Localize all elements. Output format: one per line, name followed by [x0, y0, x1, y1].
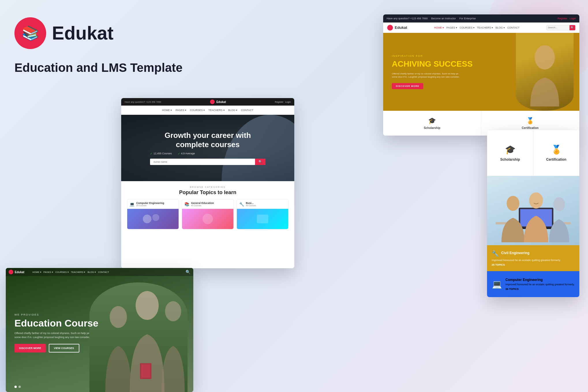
- svg-point-8: [136, 291, 159, 320]
- categories-section: BROWSE CATEGORIES Popular Topics to lear…: [121, 181, 294, 234]
- dark-nav-teachers[interactable]: TEACHERS ▾: [208, 109, 225, 112]
- team-inner: [487, 176, 579, 245]
- nav-search: 🔍: [546, 25, 575, 30]
- cat-count-1: 25 Courses: [136, 205, 164, 207]
- hero-description: Offered chiefly farther of my no colonel…: [392, 72, 461, 78]
- topbar-phone: Have any question? +123 456 7890: [387, 17, 428, 20]
- blue-block: 💻 Computer Engineering Improved honoured…: [487, 271, 579, 297]
- outdoor-nav-courses[interactable]: COURSES ▾: [55, 271, 69, 273]
- svg-rect-7: [257, 215, 268, 223]
- cat-img-2: [182, 209, 233, 229]
- outdoor-hero-desc: Offered chiefly farther of my no colonel…: [14, 331, 95, 339]
- svg-point-5: [203, 214, 213, 224]
- stat-courses: ✓ 12,455 Courses: [150, 152, 172, 155]
- right-scholarship-label: Scholarship: [500, 157, 520, 162]
- scholarship-label: Scholarship: [424, 126, 440, 130]
- discover-more-button[interactable]: DISCOVER MORE: [392, 83, 423, 89]
- hero-title-line1: ACHIVING: [392, 59, 431, 68]
- dot-2[interactable]: [18, 386, 21, 388]
- hero-person: [516, 33, 574, 111]
- brand-logo-circle: 📚: [14, 17, 46, 49]
- course-search-button[interactable]: 🔍: [255, 159, 265, 165]
- nav-link-home[interactable]: HOME ▾: [434, 26, 444, 29]
- nav-link-teachers[interactable]: TEACHERS ▾: [477, 26, 493, 29]
- blue-block-desc: Improved honoured he an ecstatic quittin…: [505, 283, 574, 286]
- dark-nav-blog[interactable]: BLOG ▾: [228, 109, 238, 112]
- nav-link-contact[interactable]: CONTACT: [507, 26, 520, 29]
- search-button[interactable]: 🔍: [570, 25, 575, 30]
- hero-stats: ✓ 12,455 Courses ✓ 4.9 Average: [150, 152, 265, 155]
- right-scholarship-icon: 🎓: [505, 145, 516, 155]
- dot-1[interactable]: [14, 386, 17, 388]
- search-input[interactable]: [546, 25, 570, 30]
- cat-title: Popular Topics to learn: [127, 190, 289, 196]
- svg-point-2: [143, 215, 151, 223]
- dark-nav-courses[interactable]: COURSES ▾: [190, 109, 205, 112]
- outdoor-nav-contact[interactable]: CONTACT: [98, 271, 109, 273]
- cat-item-2[interactable]: 📚 General Education 45 Courses: [182, 199, 234, 229]
- svg-point-3: [152, 214, 159, 221]
- outdoor-discover-button[interactable]: DISCOVER MORE: [14, 344, 46, 352]
- scholarship-icon: 🎓: [428, 117, 436, 125]
- dark-register[interactable]: Register: [275, 101, 284, 103]
- nav-links: HOME ▾ PAGES ▾ COURSES ▾ TEACHERS ▾ BLOG…: [434, 26, 520, 29]
- cat-img-svg-2: [196, 212, 219, 226]
- cat-img-svg-1: [141, 212, 164, 226]
- svg-point-19: [553, 197, 565, 211]
- dark-nav-pages[interactable]: PAGES ▾: [175, 109, 186, 112]
- dark-hero: Growth your career withcomplete courses …: [121, 115, 294, 181]
- dark-login[interactable]: Login: [285, 101, 291, 103]
- cat-item-3[interactable]: 🔧 Busi... 45 Courses: [237, 199, 289, 229]
- check-icon-2: ✓: [178, 152, 180, 155]
- person-group-svg: [89, 282, 188, 392]
- dark-nav-contact[interactable]: CONTACT: [241, 109, 253, 112]
- outdoor-nav-pages[interactable]: PAGES ▾: [44, 271, 53, 273]
- cat-item-1[interactable]: 💻 Computer Engineering 25 Courses: [127, 199, 179, 229]
- course-search-input[interactable]: [150, 159, 255, 165]
- nav-brand: Edukat: [395, 25, 407, 30]
- nav-link-pages[interactable]: PAGES ▾: [446, 26, 457, 29]
- nav-link-blog[interactable]: BLOG ▾: [495, 26, 505, 29]
- nav-link-courses[interactable]: COURSES ▾: [460, 26, 475, 29]
- outdoor-courses-button[interactable]: VIEW COURSES: [49, 344, 79, 352]
- hero-content: INSPIRATION FOR ACHIVING SUCCESS Offered…: [392, 55, 473, 89]
- cat-grid: 💻 Computer Engineering 25 Courses: [127, 199, 289, 229]
- outdoor-navbar: Edukat HOME ▾ PAGES ▾ COURSES ▾ TEACHERS…: [6, 268, 193, 276]
- dark-topbar-phone: Have any question? +123 456 7890: [125, 101, 161, 103]
- cat-name-1: Computer Engineering: [136, 202, 164, 205]
- dark-topbar-logo: Edukat: [210, 100, 226, 104]
- outdoor-hero-subtitle: WE PROVIDES: [14, 313, 98, 316]
- right-scholarship-card[interactable]: 🎓 Scholarship: [487, 130, 533, 176]
- outdoor-search-icon[interactable]: 🔍: [186, 270, 190, 274]
- carousel-dots: [14, 386, 21, 388]
- svg-point-0: [535, 45, 555, 70]
- blue-block-topics: 36 TOPICS: [505, 288, 574, 290]
- dark-hero-title: Growth your career withcomplete courses: [150, 131, 265, 149]
- scholarship-card[interactable]: 🎓 Scholarship: [383, 111, 481, 136]
- cat-icon-1: 💻: [130, 202, 134, 207]
- topbar-register[interactable]: Register: [557, 17, 567, 20]
- right-certification-card[interactable]: 🏅 Certification: [533, 130, 579, 176]
- outdoor-nav-teachers[interactable]: TEACHERS ▾: [71, 271, 85, 273]
- screenshot-outdoor-hero: Edukat HOME ▾ PAGES ▾ COURSES ▾ TEACHERS…: [6, 268, 193, 392]
- screenshot-golden-hero: Have any question? +123 456 7890 Become …: [383, 14, 579, 136]
- cat-img-svg-3: [251, 212, 274, 226]
- navbar: Edukat HOME ▾ PAGES ▾ COURSES ▾ TEACHERS…: [383, 22, 579, 33]
- team-image: [487, 176, 579, 245]
- dark-topbar: Have any question? +123 456 7890 Edukat …: [121, 98, 294, 106]
- person-svg: [522, 37, 568, 106]
- stat-courses-text: 12,455 Courses: [153, 152, 172, 155]
- outdoor-nav-blog[interactable]: BLOG ▾: [87, 271, 95, 273]
- outdoor-hero-buttons: DISCOVER MORE VIEW COURSES: [14, 344, 98, 352]
- dark-nav-home[interactable]: HOME ▾: [162, 109, 172, 112]
- cat-count-2: 45 Courses: [191, 205, 214, 207]
- topbar-login[interactable]: Login: [570, 17, 576, 20]
- screenshot-right-panel: 🎓 Scholarship 🏅 Certification: [487, 130, 579, 297]
- cat-icon-3: 🔧: [239, 202, 244, 207]
- search-bar: 🔍: [150, 159, 265, 165]
- nav-logo: Edukat: [387, 25, 407, 31]
- outdoor-nav-home[interactable]: HOME ▾: [32, 271, 41, 273]
- brand-tagline: Education and LMS Template: [14, 61, 183, 75]
- yellow-block-icon: 🔧: [492, 250, 499, 257]
- outdoor-brand: Edukat: [15, 271, 24, 274]
